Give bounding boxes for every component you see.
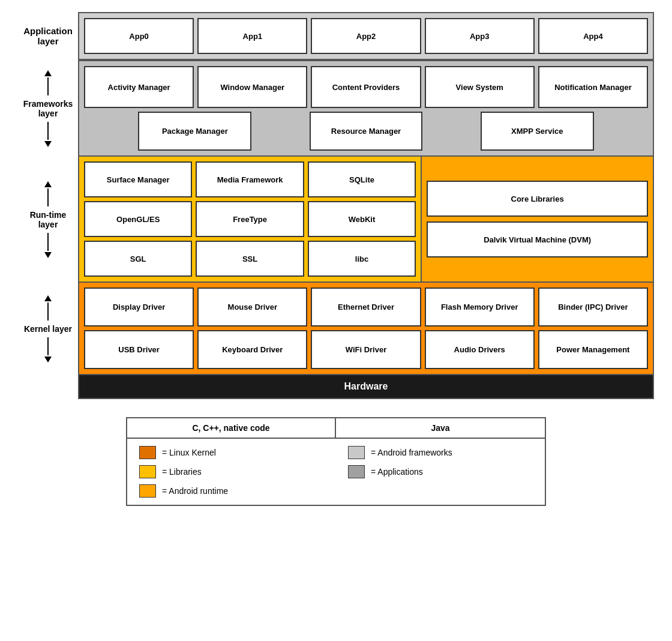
hardware-label-spacer xyxy=(18,375,78,399)
kernel-arrow-line-2 xyxy=(47,337,49,355)
fw-box-content-providers: Content Providers xyxy=(311,66,421,108)
app-box-1: App1 xyxy=(197,18,307,54)
runtime-arrow-line xyxy=(47,188,49,206)
libs-grid: Surface Manager Media Framework SQLite O… xyxy=(84,161,416,277)
application-layer-content: App0 App1 App2 App3 App4 xyxy=(78,12,654,60)
legend-left-col: = Linux Kernel = Libraries = Android run… xyxy=(127,439,336,505)
kernel-audio-drivers: Audio Drivers xyxy=(425,330,535,369)
hardware-bar: Hardware xyxy=(78,375,654,399)
kernel-keyboard-driver: Keyboard Driver xyxy=(197,330,307,369)
kernel-wifi-driver: WiFi Driver xyxy=(311,330,421,369)
legend: C, C++, native code Java = Linux Kernel … xyxy=(126,417,546,506)
runtime-layer-content: Surface Manager Media Framework SQLite O… xyxy=(78,157,654,283)
lib-surface-manager: Surface Manager xyxy=(84,161,192,197)
app-box-3: App3 xyxy=(425,18,535,54)
fw-spacer-1 xyxy=(84,112,134,151)
frameworks-layer-content: Activity Manager Window Manager Content … xyxy=(78,60,654,157)
fw-box-package-manager: Package Manager xyxy=(138,112,251,151)
lib-sgl: SGL xyxy=(84,241,192,277)
runtime-arrow-line-2 xyxy=(47,233,49,251)
kernel-mouse-driver: Mouse Driver xyxy=(197,287,307,327)
android-dalvik-vm: Dalvik Virtual Machine (DVM) xyxy=(427,221,648,257)
kernel-arrow-up xyxy=(44,295,52,301)
runtime-arrow: Run-time layer xyxy=(20,181,76,258)
fw-box-activity-manager: Activity Manager xyxy=(84,66,194,108)
legend-swatch-libraries xyxy=(139,465,156,478)
fw-box-notification-manager: Notification Manager xyxy=(538,66,648,108)
lib-ssl: SSL xyxy=(196,241,304,277)
app-boxes: App0 App1 App2 App3 App4 xyxy=(84,18,648,54)
legend-swatch-android-runtime xyxy=(139,484,156,498)
fw-box-xmpp-service: XMPP Service xyxy=(481,112,594,151)
fw-box-resource-manager: Resource Manager xyxy=(310,112,423,151)
arrow-line-2 xyxy=(47,122,49,140)
legend-item-linux-kernel: = Linux Kernel xyxy=(139,446,324,459)
kernel-layer-label: Kernel layer xyxy=(18,283,78,375)
kernel-flash-memory-driver: Flash Memory Driver xyxy=(425,287,535,327)
application-layer-label: Application layer xyxy=(18,12,78,60)
legend-right-col: = Android frameworks = Applications xyxy=(336,439,545,505)
legend-item-libraries: = Libraries xyxy=(139,465,324,478)
fw-box-view-system: View System xyxy=(425,66,535,108)
kernel-arrow-down xyxy=(44,357,52,363)
kernel-layer-content: Display Driver Mouse Driver Ethernet Dri… xyxy=(78,283,654,375)
fw-spacer-2 xyxy=(255,112,305,151)
kernel-layer-row: Kernel layer Display Driver Mouse Driver… xyxy=(18,283,654,375)
frameworks-layer-row: Frameworks layer Activity Manager Window… xyxy=(18,60,654,157)
arrow-up xyxy=(44,70,52,76)
runtime-arrow-up xyxy=(44,181,52,187)
lib-webkit: WebKit xyxy=(308,201,416,237)
kernel-row1: Display Driver Mouse Driver Ethernet Dri… xyxy=(84,287,648,327)
kernel-binder-driver: Binder (IPC) Driver xyxy=(538,287,648,327)
application-layer-row: Application layer App0 App1 App2 App3 Ap… xyxy=(18,12,654,60)
lib-opengl: OpenGL/ES xyxy=(84,201,192,237)
fw-row1: Activity Manager Window Manager Content … xyxy=(84,66,648,108)
fw-box-window-manager: Window Manager xyxy=(197,66,307,108)
runtime-arrow-down xyxy=(44,252,52,258)
legend-swatch-linux-kernel xyxy=(139,446,156,459)
android-core-libraries: Core Libraries xyxy=(427,181,648,217)
hardware-row: Hardware xyxy=(18,375,654,399)
fw-spacer-4 xyxy=(598,112,648,151)
arrow-line xyxy=(47,77,49,95)
app-box-4: App4 xyxy=(538,18,648,54)
kernel-row2: USB Driver Keyboard Driver WiFi Driver A… xyxy=(84,330,648,369)
fw-spacer-3 xyxy=(426,112,476,151)
frameworks-layer-label: Frameworks layer xyxy=(18,60,78,157)
legend-item-android-frameworks: = Android frameworks xyxy=(348,446,533,459)
kernel-arrow-line xyxy=(47,302,49,320)
app-box-2: App2 xyxy=(311,18,421,54)
legend-swatch-applications xyxy=(348,465,365,478)
lib-freetype: FreeType xyxy=(196,201,304,237)
android-runtime-content: Core Libraries Dalvik Virtual Machine (D… xyxy=(422,157,653,281)
architecture-diagram: Application layer App0 App1 App2 App3 Ap… xyxy=(18,12,654,506)
kernel-display-driver: Display Driver xyxy=(84,287,194,327)
legend-item-applications: = Applications xyxy=(348,465,533,478)
runtime-libs-content: Surface Manager Media Framework SQLite O… xyxy=(79,157,422,281)
runtime-layer-row: Run-time layer Surface Manager Media Fra… xyxy=(18,157,654,283)
lib-libc: libc xyxy=(308,241,416,277)
lib-media-framework: Media Framework xyxy=(196,161,304,197)
kernel-usb-driver: USB Driver xyxy=(84,330,194,369)
app-box-0: App0 xyxy=(84,18,194,54)
fw-row2: Package Manager Resource Manager XMPP Se… xyxy=(84,112,648,151)
arrow-down xyxy=(44,141,52,147)
legend-item-android-runtime: = Android runtime xyxy=(139,484,324,498)
legend-swatch-android-frameworks xyxy=(348,446,365,459)
kernel-arrow: Kernel layer xyxy=(24,295,72,363)
runtime-layer-label: Run-time layer xyxy=(18,157,78,283)
legend-right-header: Java xyxy=(336,418,545,439)
frameworks-arrow: Frameworks layer xyxy=(20,70,76,147)
kernel-ethernet-driver: Ethernet Driver xyxy=(311,287,421,327)
legend-left-header: C, C++, native code xyxy=(127,418,336,439)
kernel-power-management: Power Management xyxy=(538,330,648,369)
lib-sqlite: SQLite xyxy=(308,161,416,197)
